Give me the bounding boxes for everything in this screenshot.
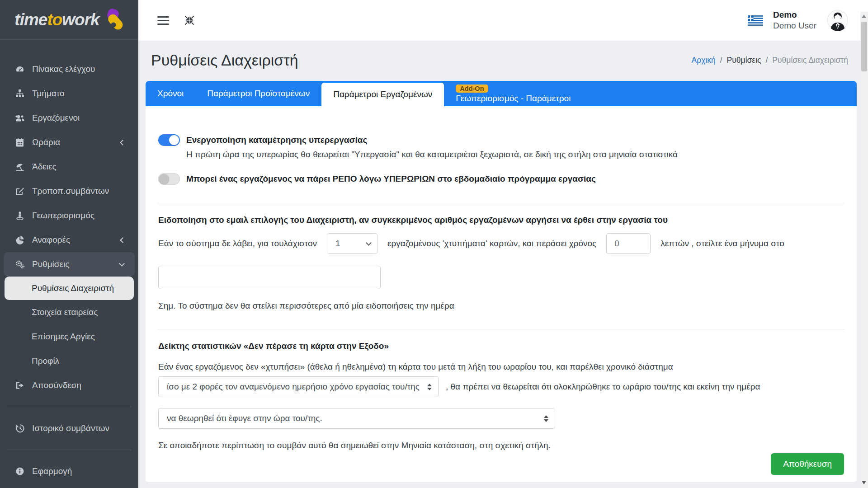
sidebar-subitem-official-holidays[interactable]: Επίσημες Αργίες xyxy=(0,324,138,349)
select-arrows-icon xyxy=(544,415,548,422)
calendar-icon xyxy=(14,137,25,147)
user-name: Demo xyxy=(773,10,816,20)
tab-geofencing-params[interactable]: Add-On Γεωπεριορισμός - Παράμετροι xyxy=(444,81,582,106)
sidebar-item-employees[interactable]: Εργαζόμενοι xyxy=(0,106,138,130)
save-button[interactable]: Αποθήκευση xyxy=(771,453,844,475)
tab-label: Χρόνοι xyxy=(157,89,184,99)
breadcrumb-section[interactable]: Ρυθμίσεις xyxy=(727,56,761,65)
sidebar-item-label: Τμήματα xyxy=(32,89,65,99)
topbar-right: Demo Demo User xyxy=(748,10,848,31)
addon-badge: Add-On xyxy=(456,84,488,93)
sidebar-subitem-label: Προφίλ xyxy=(32,356,59,366)
logo-work: work xyxy=(62,10,99,29)
employee-count-select[interactable]: 1 xyxy=(327,233,377,254)
sidebar-item-leaves[interactable]: Άδειες xyxy=(0,155,138,179)
overtime-toggle-description: Η πρώτη ώρα της υπερωρίας θα θεωρείται "… xyxy=(186,150,844,160)
gears-icon xyxy=(14,259,25,269)
sidebar-item-settings[interactable]: Ρυθμίσεις xyxy=(4,252,135,277)
settings-card: Ενεργοποίηση καταμέτρησης υπερεργασίας Η… xyxy=(146,106,857,482)
fullscreen-compress-icon[interactable] xyxy=(184,14,195,26)
sidebar-item-departments[interactable]: Τμήματα xyxy=(0,81,138,106)
logo-to: to xyxy=(47,10,62,29)
breadcrumb-current: Ρυθμίσεις Διαχειριστή xyxy=(772,56,848,65)
scroll-up-arrow-icon[interactable] xyxy=(862,14,866,18)
brand-logo-icon xyxy=(100,7,124,33)
sidebar-item-label: Αποσύνδεση xyxy=(32,380,81,390)
sidebar-subitem-label: Ρυθμίσεις Διαχειριστή xyxy=(32,283,114,293)
menu-toggle-icon[interactable] xyxy=(157,14,169,27)
street-view-icon xyxy=(14,211,25,221)
page-title: Ρυθμίσεις Διαχειριστή xyxy=(151,52,298,69)
sidebar-item-reports[interactable]: Αναφορές xyxy=(0,228,138,252)
sidebar-item-label: Ρυθμίσεις xyxy=(32,259,69,269)
divider xyxy=(158,203,844,203)
sidebar-item-schedules[interactable]: Ωράρια xyxy=(0,130,138,155)
scrollbar-thumb[interactable] xyxy=(861,22,867,71)
late-notice-note: Σημ. Το σύστημα δεν θα στείλει περισσότε… xyxy=(158,301,844,311)
tab-bar: Χρόνοι Παράμετροι Προϊσταμένων Παράμετρο… xyxy=(146,81,857,106)
late-notice-text-2: εργαζομένους 'χτυπήματα' καρτών, και περ… xyxy=(387,239,596,249)
users-icon xyxy=(14,113,25,123)
tab-employee-params[interactable]: Παράμετροι Εργαζομένων xyxy=(321,83,444,106)
no-exit-text-after: , θα πρέπει να θεωρείται ότι ολοκληρώθηκ… xyxy=(446,382,760,392)
brand-logo[interactable]: timetowork xyxy=(0,0,138,40)
main-content: Ρυθμίσεις Διαχειριστή Αρχική / Ρυθμίσεις… xyxy=(138,41,868,488)
sidebar-item-app-info[interactable]: Εφαρμογή xyxy=(0,459,138,483)
logo-time: time xyxy=(14,10,47,29)
sidebar-item-dashboard[interactable]: Πίνακας ελέγχου xyxy=(0,57,138,81)
action-select[interactable]: να θεωρηθεί ότι έφυγε στην ώρα του/της. xyxy=(158,408,555,429)
pie-chart-icon xyxy=(14,235,25,245)
scroll-down-arrow-icon[interactable] xyxy=(862,481,866,484)
threshold-select[interactable]: ίσο με 2 φορές τον αναμενόμενο ημερήσιο … xyxy=(158,376,439,397)
sidebar-subitem-company-info[interactable]: Στοιχεία εταιρείας xyxy=(0,300,138,324)
tab-label: Παράμετροι Προϊσταμένων xyxy=(207,89,310,99)
greek-flag-icon[interactable] xyxy=(748,15,763,26)
notify-email-input[interactable] xyxy=(158,266,381,289)
sidebar-menu: Πίνακας ελέγχου Τμήματα Εργαζόμενοι Ωράρ… xyxy=(0,40,138,483)
repo-toggle[interactable] xyxy=(158,173,180,185)
breadcrumb-home-link[interactable]: Αρχική xyxy=(692,56,716,65)
overtime-toggle-label: Ενεργοποίηση καταμέτρησης υπερεργασίας xyxy=(186,135,367,145)
tab-times[interactable]: Χρόνοι xyxy=(146,81,195,106)
sidebar-item-label: Αναφορές xyxy=(32,235,70,245)
sidebar-divider xyxy=(7,450,131,450)
sidebar: timetowork Πίνακας ελέγχου Τμήματα Εργαζ… xyxy=(0,0,138,488)
toggle-knob xyxy=(169,135,179,145)
sidebar-subitem-admin-settings[interactable]: Ρυθμίσεις Διαχειριστή xyxy=(5,277,134,300)
breadcrumb-separator: / xyxy=(720,56,722,65)
sign-out-icon xyxy=(14,380,25,390)
no-exit-heading: Δείκτης στατιστικών «Δεν πέρασε τη κάρτα… xyxy=(158,341,844,351)
sidebar-item-geofencing[interactable]: Γεωπεριορισμός xyxy=(0,203,138,228)
late-notice-heading: Ειδοποίηση στο εμαιλ επιλογής του Διαχει… xyxy=(158,215,844,225)
no-exit-intro: Εάν ένας εργαζόμενος δεν «χτυπήσει» (άθε… xyxy=(158,362,844,372)
sidebar-item-event-history[interactable]: Ιστορικό συμβάντων xyxy=(0,416,138,441)
sidebar-item-logout[interactable]: Αποσύνδεση xyxy=(0,373,138,398)
scrollbar[interactable] xyxy=(860,12,868,488)
sidebar-item-label: Πίνακας ελέγχου xyxy=(32,64,95,74)
toggle-knob xyxy=(159,174,169,184)
no-exit-footer: Σε οποιαδήποτε περίπτωση το συμβάν αυτό … xyxy=(158,441,844,450)
user-info[interactable]: Demo Demo User xyxy=(773,10,816,31)
chevron-down-icon xyxy=(366,240,372,246)
divider xyxy=(158,329,844,329)
sidebar-subitem-label: Επίσημες Αργίες xyxy=(32,332,95,342)
minutes-input[interactable] xyxy=(606,233,651,254)
tab-supervisor-params[interactable]: Παράμετροι Προϊσταμένων xyxy=(195,81,321,106)
user-role: Demo User xyxy=(773,21,816,31)
breadcrumb: Αρχική / Ρυθμίσεις / Ρυθμίσεις Διαχειρισ… xyxy=(692,56,848,65)
overtime-toggle[interactable] xyxy=(158,134,180,146)
brand-logo-text: timetowork xyxy=(14,10,99,29)
info-circle-icon xyxy=(14,466,25,476)
umbrella-beach-icon xyxy=(14,162,25,172)
chevron-left-icon xyxy=(120,140,126,145)
repo-toggle-label: Μπορεί ένας εργαζόμενος να πάρει ΡΕΠΟ λό… xyxy=(186,174,596,184)
sidebar-subitem-profile[interactable]: Προφίλ xyxy=(0,349,138,373)
sidebar-item-label: Γεωπεριορισμός xyxy=(32,211,94,221)
avatar[interactable] xyxy=(827,10,848,31)
sidebar-item-event-edits[interactable]: Τροποπ.συμβάντων xyxy=(0,179,138,203)
late-notice-text-3: λεπτών , στείλτε ένα μήνυμα στο xyxy=(660,239,784,249)
tab-label: Γεωπεριορισμός - Παράμετροι xyxy=(456,94,571,103)
sidebar-item-label: Άδειες xyxy=(32,162,57,172)
tab-label: Παράμετροι Εργαζομένων xyxy=(333,89,432,99)
tachometer-icon xyxy=(14,64,25,74)
